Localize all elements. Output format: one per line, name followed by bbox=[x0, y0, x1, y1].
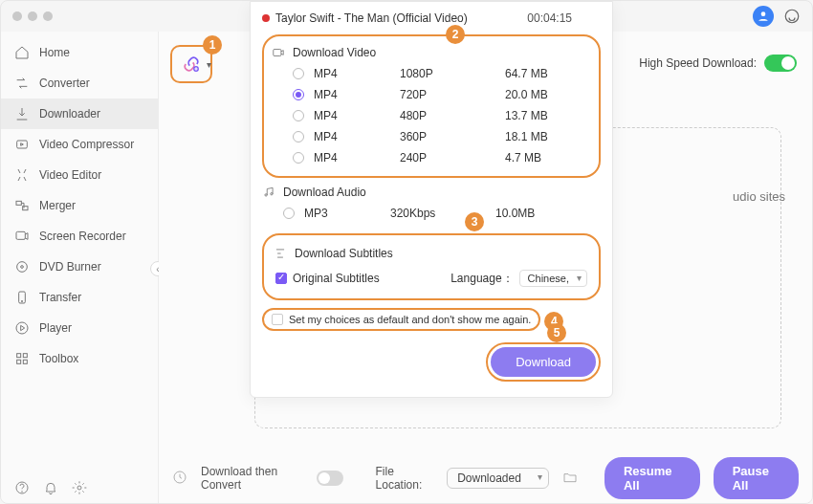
size-label: 20.0 MB bbox=[505, 88, 572, 101]
high-speed-download: High Speed Download: bbox=[639, 55, 797, 72]
file-location-label: File Location: bbox=[376, 465, 434, 492]
converter-icon bbox=[14, 76, 30, 91]
add-url-button[interactable]: ▾ 1 bbox=[170, 45, 212, 83]
downloader-icon bbox=[14, 106, 30, 121]
radio-icon[interactable] bbox=[293, 131, 304, 142]
radio-icon[interactable] bbox=[293, 152, 304, 164]
svg-point-17 bbox=[77, 486, 81, 490]
language-select[interactable]: Chinese, bbox=[519, 270, 587, 287]
resume-all-button[interactable]: Resume All bbox=[604, 457, 700, 499]
format-option[interactable]: MP4720P20.0 MB bbox=[272, 84, 591, 105]
svg-rect-5 bbox=[16, 231, 25, 239]
sidebar-item-label: Home bbox=[39, 46, 70, 59]
player-icon bbox=[14, 320, 30, 336]
original-subtitles-checkbox[interactable] bbox=[275, 273, 287, 284]
annotation-5: 5 bbox=[547, 323, 566, 342]
size-label: 64.7 MB bbox=[505, 67, 572, 80]
svg-rect-20 bbox=[274, 50, 281, 56]
video-icon bbox=[272, 46, 285, 59]
hsd-label: High Speed Download: bbox=[639, 56, 757, 70]
compressor-icon bbox=[14, 137, 30, 152]
transfer-icon bbox=[14, 290, 30, 305]
sidebar-item-downloader[interactable]: Downloader bbox=[1, 99, 158, 129]
svg-point-21 bbox=[265, 194, 267, 196]
schedule-icon[interactable] bbox=[172, 470, 187, 485]
sidebar-item-transfer[interactable]: Transfer bbox=[1, 282, 158, 313]
download-then-convert-toggle[interactable] bbox=[317, 471, 344, 486]
bell-icon[interactable] bbox=[43, 480, 58, 495]
radio-icon[interactable] bbox=[293, 68, 304, 79]
format-label: MP3 bbox=[304, 207, 390, 220]
section-title: Download Subtitles bbox=[295, 247, 393, 260]
section-title: Download Video bbox=[293, 46, 376, 59]
drop-hint-text: udio sites bbox=[733, 189, 785, 204]
sidebar-item-label: Video Editor bbox=[39, 168, 101, 182]
dvd-icon bbox=[14, 259, 30, 274]
svg-point-22 bbox=[271, 193, 273, 195]
hsd-toggle[interactable] bbox=[764, 55, 797, 72]
quality-label: 360P bbox=[400, 130, 505, 143]
record-dot-icon bbox=[262, 14, 270, 22]
help-icon[interactable] bbox=[14, 480, 30, 495]
download-then-convert-label: Download then Convert bbox=[201, 465, 303, 492]
sidebar-item-merger[interactable]: Merger bbox=[1, 190, 158, 221]
sidebar-item-label: Downloader bbox=[39, 107, 100, 121]
format-label: MP4 bbox=[314, 88, 400, 101]
sidebar-item-editor[interactable]: Video Editor bbox=[1, 160, 158, 190]
sidebar-item-label: Merger bbox=[39, 199, 76, 212]
size-label: 13.7 MB bbox=[505, 109, 572, 122]
sidebar-item-label: Transfer bbox=[39, 291, 81, 304]
sidebar-item-compressor[interactable]: Video Compressor bbox=[1, 129, 158, 160]
sidebar-item-label: Video Compressor bbox=[39, 138, 134, 151]
sidebar-item-toolbox[interactable]: Toolbox bbox=[1, 343, 158, 374]
audio-icon bbox=[262, 186, 275, 199]
radio-icon[interactable] bbox=[293, 89, 304, 100]
sidebar-item-home[interactable]: Home bbox=[1, 37, 158, 68]
format-option[interactable]: MP3320Kbps10.0MB bbox=[262, 203, 601, 224]
radio-icon[interactable] bbox=[283, 208, 295, 219]
link-plus-icon bbox=[182, 55, 201, 74]
svg-rect-2 bbox=[17, 141, 28, 148]
sidebar-item-player[interactable]: Player bbox=[1, 313, 158, 343]
settings-icon[interactable] bbox=[72, 480, 87, 495]
video-title: Taylor Swift - The Man (Official Video) bbox=[275, 11, 468, 25]
sidebar-item-dvd[interactable]: DVD Burner bbox=[1, 252, 158, 282]
svg-rect-3 bbox=[16, 201, 21, 205]
svg-point-10 bbox=[16, 322, 28, 334]
download-button[interactable]: Download bbox=[491, 347, 596, 377]
format-option[interactable]: MP4360P18.1 MB bbox=[272, 126, 591, 147]
format-option[interactable]: MP41080P64.7 MB bbox=[272, 63, 591, 84]
subtitle-icon bbox=[274, 247, 287, 260]
chevron-down-icon: ▾ bbox=[207, 59, 211, 70]
quality-label: 480P bbox=[400, 109, 505, 122]
sidebar-item-converter[interactable]: Converter bbox=[1, 68, 158, 99]
svg-rect-12 bbox=[23, 354, 27, 358]
svg-rect-13 bbox=[17, 360, 21, 363]
annotation-1: 1 bbox=[203, 35, 222, 55]
size-label: 18.1 MB bbox=[505, 130, 572, 143]
format-label: MP4 bbox=[314, 109, 400, 122]
pause-all-button[interactable]: Pause All bbox=[714, 457, 799, 499]
format-label: MP4 bbox=[314, 130, 400, 143]
sidebar-item-recorder[interactable]: Screen Recorder bbox=[1, 221, 158, 252]
merger-icon bbox=[14, 198, 30, 213]
sidebar: Home Converter Downloader Video Compress… bbox=[1, 32, 159, 504]
language-label: Language： bbox=[450, 271, 513, 287]
sidebar-item-label: Screen Recorder bbox=[39, 230, 126, 243]
set-default-checkbox[interactable] bbox=[272, 314, 283, 325]
set-default-row: Set my choices as default and don't show… bbox=[262, 308, 540, 331]
editor-icon bbox=[14, 167, 30, 183]
quality-label: 720P bbox=[400, 88, 505, 101]
sidebar-item-label: Converter bbox=[39, 77, 90, 90]
bottom-bar: Download then Convert File Location: Dow… bbox=[159, 451, 812, 504]
original-subtitles-label: Original Subtitles bbox=[293, 272, 380, 285]
download-options-modal: Taylor Swift - The Man (Official Video) … bbox=[250, 1, 613, 398]
recorder-icon bbox=[14, 229, 30, 244]
video-duration: 00:04:15 bbox=[527, 11, 572, 25]
file-location-select[interactable]: Downloaded bbox=[447, 468, 549, 489]
format-option[interactable]: MP4240P4.7 MB bbox=[272, 147, 591, 168]
radio-icon[interactable] bbox=[293, 110, 304, 121]
folder-icon[interactable] bbox=[562, 470, 578, 485]
format-option[interactable]: MP4480P13.7 MB bbox=[272, 105, 591, 126]
svg-point-6 bbox=[17, 262, 28, 273]
